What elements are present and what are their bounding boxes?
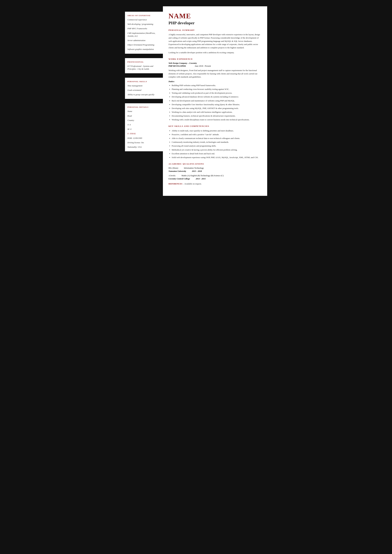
work-role-line: PHP DEVELOPER June 2018 - Present bbox=[168, 65, 261, 67]
area-item-1: Commercial experience bbox=[127, 18, 160, 21]
area-item-5: Server administration bbox=[127, 39, 160, 42]
professional-item-1: ICT Professional - Systems and Principle… bbox=[127, 65, 160, 70]
work-experience-heading: WORK EXPERIENCE bbox=[168, 58, 261, 60]
academic-heading: ACADEMIC QUALIFICATIONS bbox=[168, 163, 261, 165]
university-dates: 2015 - 2018 bbox=[192, 170, 202, 172]
duty-1: Building PHP websites using PHP based fr… bbox=[172, 84, 261, 87]
details-title: PERSONAL DETAILS bbox=[127, 106, 160, 108]
area-item-4: CMS implementation (WordPress, Joomla, e… bbox=[127, 32, 160, 37]
duty-9: Documenting features, technical specific… bbox=[172, 114, 261, 118]
details-road: Road bbox=[127, 115, 160, 117]
skill-4: Continuously monitoring industry trends,… bbox=[172, 140, 261, 144]
duty-6: Developing compatible User Interface fun… bbox=[172, 103, 261, 106]
alevels-label: A levels: bbox=[168, 174, 176, 177]
references-text: – Available on request. bbox=[183, 183, 202, 185]
page: AREAS OF EXPERTISE Commercial experience… bbox=[125, 6, 267, 196]
professional-title: PROFESSIONAL bbox=[127, 61, 160, 63]
duty-10: Working with a multi-disciplinary team t… bbox=[172, 118, 261, 121]
university-name: Nuneaton University bbox=[168, 170, 186, 172]
details-name: Name bbox=[127, 110, 160, 113]
work-role: PHP DEVELOPER bbox=[168, 65, 186, 67]
skills-title: PERSONAL SKILLS bbox=[127, 81, 160, 83]
work-dates: June 2018 - Present bbox=[195, 65, 211, 67]
personal-details-section: PERSONAL DETAILS Name Road Country T: 0 … bbox=[125, 103, 163, 151]
college-name: Coventry Central College bbox=[168, 178, 190, 180]
duty-4: Developing advanced database driven webs… bbox=[172, 95, 261, 98]
professional-section: PROFESSIONAL ICT Professional - Systems … bbox=[125, 58, 163, 73]
work-description: Working with designers, Front End and pr… bbox=[168, 69, 261, 79]
personal-summary-p2: Looking for a suitable developer positio… bbox=[168, 51, 261, 54]
university-row: Nuneaton University 2015 - 2018 bbox=[168, 170, 261, 173]
personal-summary-p1: A highly resourceful, innovative, and co… bbox=[168, 33, 261, 49]
area-item-3: PHP MVC Frameworks bbox=[127, 27, 160, 30]
job-title: PHP developer bbox=[168, 21, 261, 25]
details-nationality: Nationality: USA bbox=[127, 145, 160, 148]
personal-summary-heading: PERSONAL SUMMARY bbox=[168, 29, 261, 31]
alevels-detail: Maths (A) English (B) Technology (B) Sci… bbox=[182, 174, 224, 177]
key-skills-heading: KEY SKILLS AND COMPETENCIES bbox=[168, 125, 261, 127]
main-content: NAME PHP developer PERSONAL SUMMARY A hi… bbox=[163, 6, 267, 196]
degree-row: BSc (Hons) Information Technology bbox=[168, 167, 261, 169]
skill-3: Able to clearly communicate technical da… bbox=[172, 137, 261, 140]
work-company: Web Design Company – Coventry bbox=[168, 62, 261, 64]
skill-8: Solid web development experience using O… bbox=[172, 156, 261, 159]
candidate-name: NAME bbox=[168, 12, 261, 20]
references: REFERENCES – Available on request. bbox=[168, 183, 261, 185]
skill-2: Proactive, confident and with a positive… bbox=[172, 133, 261, 136]
duty-2: Planning and conducting cross-browser us… bbox=[172, 88, 261, 91]
area-item-2: Web developing / programming bbox=[127, 23, 160, 26]
skill-7: Excellent attention to detail both front… bbox=[172, 152, 261, 155]
key-skills-list: Ability to multi-task, react quickly to … bbox=[168, 129, 261, 159]
degree-subject: Information Technology bbox=[184, 167, 204, 169]
skill-6: Methodical yet creative & having a prove… bbox=[172, 148, 261, 152]
degree-type: BSc (Hons) bbox=[168, 167, 178, 169]
details-country: Country bbox=[127, 119, 160, 122]
details-dob: DOB: 12/09/1995 bbox=[127, 137, 160, 140]
duties-label: Duties: bbox=[168, 80, 261, 83]
college-dates: 2013 - 2015 bbox=[196, 178, 206, 180]
duty-8: Working in a data analyst role and with … bbox=[172, 110, 261, 114]
details-t: T: 0 bbox=[127, 123, 160, 126]
details-m: M: 0 bbox=[127, 128, 160, 131]
skill-item-2: Goals orientated bbox=[127, 89, 160, 92]
details-e: E: EMAIL bbox=[127, 132, 160, 135]
references-label: REFERENCES bbox=[168, 183, 182, 185]
skill-5: Possessing all-round analysis and progra… bbox=[172, 144, 261, 148]
personal-skills-section: PERSONAL SKILLS Time management Goals or… bbox=[125, 78, 163, 99]
details-driving: Driving license: Yes bbox=[127, 141, 160, 144]
college-row: Coventry Central College 2013 - 2015 bbox=[168, 178, 261, 180]
duty-3: Testing and validating work produced as … bbox=[172, 91, 261, 95]
areas-title: AREAS OF EXPERTISE bbox=[127, 14, 160, 16]
area-item-7: Software graphics manipulation bbox=[127, 48, 160, 51]
duty-5: Back end development and maintenance of … bbox=[172, 99, 261, 103]
areas-of-expertise-section: AREAS OF EXPERTISE Commercial experience… bbox=[125, 12, 163, 54]
duties-list: Building PHP websites using PHP based fr… bbox=[168, 84, 261, 121]
sidebar: AREAS OF EXPERTISE Commercial experience… bbox=[125, 6, 163, 196]
skill-1: Ability to multi-task, react quickly to … bbox=[172, 129, 261, 132]
alevels-row: A levels: Maths (A) English (B) Technolo… bbox=[168, 174, 261, 177]
skill-item-1: Time management bbox=[127, 84, 160, 87]
area-item-6: Object Orientated Programming bbox=[127, 43, 160, 46]
duty-7: Developing web sites using MySQL, PHP, A… bbox=[172, 107, 261, 110]
skill-item-3: Ability to grasp concepts quickly bbox=[127, 93, 160, 96]
